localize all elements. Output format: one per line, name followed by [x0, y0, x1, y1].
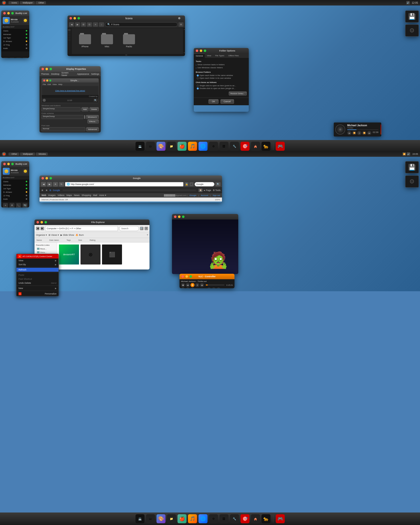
inner-menu-file[interactable]: File [43, 83, 46, 86]
page-btn[interactable]: 🏠 [198, 188, 202, 192]
tl-yellow-fe[interactable] [40, 221, 43, 224]
media-progress-bar[interactable] [347, 130, 378, 130]
file-unnamed-1[interactable]: ⊛ [80, 244, 100, 270]
taskbar-tab-movies[interactable]: Movies [36, 152, 48, 156]
tab-general[interactable]: General [194, 54, 205, 58]
tl-red-icons[interactable] [70, 17, 72, 20]
tl-red-vid[interactable] [174, 216, 176, 218]
buddy-item-4[interactable]: D. Arhaez [1, 40, 29, 43]
cert-icon[interactable]: ✓ [190, 182, 194, 186]
windowll-btn[interactable]: Window11 [86, 115, 99, 119]
stop-btn[interactable]: ✕ [53, 182, 58, 186]
myaccount-link[interactable]: Account [201, 194, 208, 196]
igoogle-link[interactable]: iGoogle [190, 194, 196, 196]
dock-icon-1[interactable]: 🗂 [146, 142, 155, 151]
dock-icon-9[interactable]: 🔧 [230, 142, 239, 151]
tl-yellow-br[interactable] [46, 177, 48, 180]
dp-menu-desktop[interactable]: Desktop [51, 73, 60, 75]
buddy-add-btn[interactable]: + [3, 58, 8, 58]
taskbar-tab-other[interactable]: Other [36, 1, 46, 4]
mini-search[interactable]: 🔍 [94, 99, 98, 102]
tl-green-icons[interactable] [78, 17, 80, 20]
dock-b-13[interactable]: 🎮 [276, 514, 285, 523]
taskbar-tab-icons[interactable]: Icons [8, 1, 19, 4]
inner-tl-green[interactable] [49, 80, 51, 82]
nav-maps[interactable]: Maps [66, 194, 72, 196]
hdd-icon-bottom-2[interactable]: ⚙ [405, 176, 419, 188]
tl-yellow-vlc[interactable] [186, 275, 188, 278]
buddy-item-2-2[interactable]: Astranax [1, 183, 29, 187]
dock-icon-6[interactable]: 🌐 [198, 142, 208, 151]
add-btn[interactable]: Add [82, 107, 88, 111]
browser-url-bar[interactable]: 🌐 http://www.google.com/ [65, 182, 184, 186]
windows-input[interactable]: SimpleOnexp [42, 107, 80, 111]
tl-yellow-icons[interactable] [74, 17, 76, 20]
buddy-add-btn-2[interactable]: + [3, 203, 8, 208]
ctx-view[interactable]: View ▶ [16, 258, 58, 262]
back-nav-btn[interactable]: ◀ [41, 182, 46, 186]
tl-red-fe[interactable] [36, 221, 39, 224]
tl-yellow-bl2[interactable] [7, 163, 10, 165]
fe-forward[interactable]: ▶ [40, 227, 44, 230]
inner-tl-red[interactable] [43, 80, 45, 82]
dock-icon-10[interactable]: 🎯 [240, 142, 250, 151]
fe-views[interactable]: ⊞ Views ▾ [48, 234, 59, 236]
security-icon[interactable]: 🔒 [184, 182, 188, 186]
fe-slideshow[interactable]: ▶ Slide Show [60, 234, 74, 236]
tl-yellow-fo[interactable] [200, 50, 202, 52]
icons-search-box[interactable]: 🔍 F:/Icons [105, 22, 178, 27]
buddy-item-2[interactable]: Astranax [1, 32, 29, 36]
ctx-new[interactable]: New ▶ [16, 286, 58, 290]
dock-icon-7[interactable]: ⚙ [209, 142, 218, 151]
dp-menu-themes[interactable]: Themes [41, 73, 49, 75]
icon-iphone[interactable]: iPhone [79, 34, 91, 48]
hdd-icon-bottom[interactable]: 💾 [405, 161, 419, 173]
dp-menu-settings[interactable]: Settings [91, 73, 99, 75]
dock-icon-5[interactable]: 🎵 [188, 142, 197, 151]
prev-btn[interactable]: ⏮ [347, 131, 351, 135]
nav-news[interactable]: News [74, 194, 80, 196]
vlc-pause-btn[interactable]: ⏸ [195, 283, 199, 287]
buddy-item-2-6[interactable]: Keith [1, 197, 29, 201]
dock-b-12[interactable]: 🐆 [262, 514, 270, 523]
ctx-undodelete[interactable]: Undo Delete Ctrl+Z [16, 281, 58, 285]
nav-videos[interactable]: Videos [58, 194, 64, 196]
tl-yellow-vid[interactable] [178, 216, 180, 218]
ctx-refresh[interactable]: Refresh [16, 268, 58, 272]
tl-green-fe[interactable] [44, 221, 47, 224]
apple-menu-bottom[interactable]: 🍎 [2, 152, 6, 156]
explorer-search[interactable]: Search [119, 226, 139, 231]
dock-icon-3[interactable]: 📁 [167, 142, 176, 151]
ctx-sortby[interactable]: Sort By ▶ [16, 262, 58, 266]
inner-menu-view[interactable]: View [52, 83, 57, 86]
tl-green-vlc[interactable] [190, 275, 192, 278]
dock-b-11[interactable]: 🎪 [251, 514, 260, 523]
icon-misc[interactable]: Misc [101, 34, 113, 48]
page-label[interactable]: ▸ Page [204, 189, 211, 192]
file-deviantart[interactable]: deviantART [59, 244, 79, 270]
dock-b-3[interactable]: 📁 [167, 514, 176, 523]
browse-option-1[interactable]: Open each folder in the same window [196, 74, 247, 76]
buddy-item-2-4[interactable]: D. Arhaez [1, 190, 29, 194]
tools-label[interactable]: ⚙ Tools [213, 189, 220, 192]
buddy-item-6[interactable]: Keith [1, 46, 29, 50]
vlc-eq-btn[interactable]: ≡ [190, 288, 194, 288]
forward-btn[interactable]: ▶ [75, 22, 80, 27]
buddy-phone-btn-2[interactable]: 📞 [16, 203, 21, 208]
tl-red-br[interactable] [42, 177, 44, 180]
sidebar-item-recent[interactable]: Rece... [36, 247, 55, 250]
rew-btn[interactable]: ⏪ [352, 131, 356, 135]
inner-menu-help[interactable]: Help [58, 83, 62, 86]
dp-menu-screensaver[interactable]: Screen Saver [62, 72, 75, 76]
vlc-progress[interactable] [206, 284, 224, 286]
pause-btn[interactable]: ⏸ [357, 131, 361, 135]
dock-b-6[interactable]: 🌐 [198, 514, 208, 523]
ctx-pasteshortcut[interactable]: Past Shortcut [16, 277, 58, 281]
explorer-breadcrumb[interactable]: Computer > DATA (D:) > F > Other [45, 226, 118, 231]
bookmark-star-2[interactable]: ★ [45, 188, 48, 192]
buddy-item-2-1[interactable]: Osiris [1, 180, 29, 183]
nav-web[interactable]: Web [42, 194, 46, 196]
view-btn-1[interactable]: ⊞ [81, 22, 86, 27]
vlc-play-btn[interactable]: ▶ [190, 283, 194, 287]
view-btn-2[interactable]: ⊟ [87, 22, 92, 27]
